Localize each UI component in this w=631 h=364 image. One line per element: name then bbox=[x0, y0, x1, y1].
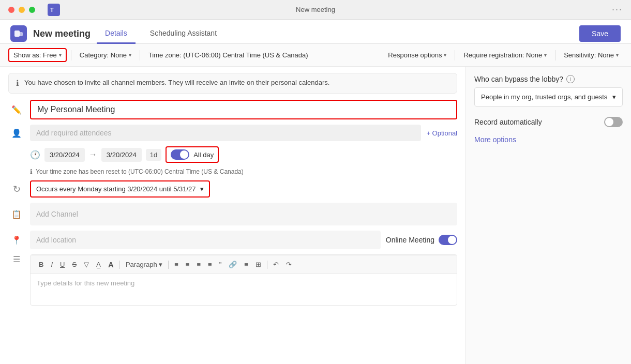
numbered-list-button[interactable]: ≡ bbox=[205, 259, 215, 270]
pencil-icon: ✏️ bbox=[8, 105, 25, 115]
attendees-input[interactable]: Add required attendees bbox=[30, 125, 421, 141]
font-decrease-button[interactable]: ▽ bbox=[81, 259, 92, 270]
app-container: New meeting Details Scheduling Assistant… bbox=[0, 20, 631, 364]
duration-badge: 1d bbox=[146, 149, 161, 161]
date-time-row: 🕐 3/20/2024 → 3/20/2024 1d All day bbox=[8, 146, 457, 163]
title-row: ✏️ bbox=[8, 100, 457, 119]
traffic-lights: T bbox=[8, 4, 60, 16]
title-bar: T New meeting ··· bbox=[0, 0, 631, 20]
timezone-selector[interactable]: Time zone: (UTC-06:00) Central Time (US … bbox=[144, 49, 312, 61]
info-banner: ℹ You have chosen to invite all channel … bbox=[8, 73, 457, 94]
tab-details[interactable]: Details bbox=[97, 24, 136, 44]
more-options-link[interactable]: More options bbox=[474, 135, 623, 144]
italic-button[interactable]: I bbox=[48, 259, 56, 270]
underline-button[interactable]: U bbox=[57, 259, 68, 270]
lobby-info-icon[interactable]: i bbox=[566, 75, 575, 83]
paragraph-style-dropdown[interactable]: Paragraph ▾ bbox=[123, 259, 166, 270]
body-icon: ☰ bbox=[8, 254, 25, 264]
content-area: ℹ You have chosen to invite all channel … bbox=[0, 67, 631, 364]
align-justify-button[interactable]: ≡ bbox=[241, 259, 251, 270]
people-icon: 👤 bbox=[8, 128, 25, 138]
header-title: New meeting bbox=[33, 28, 91, 39]
rte-toolbar: B I U S ▽ A̲ A Paragraph ▾ ≡ ≡ ≡ ≡ bbox=[31, 255, 457, 274]
online-meeting-toggle[interactable] bbox=[439, 235, 457, 245]
align-left-button[interactable]: ≡ bbox=[171, 259, 182, 270]
highlight-button[interactable]: A̲ bbox=[93, 259, 104, 270]
svg-text:T: T bbox=[50, 7, 54, 13]
app-icon bbox=[10, 25, 27, 42]
clock-icon: 🕐 bbox=[30, 150, 40, 160]
link-button[interactable]: 🔗 bbox=[226, 259, 240, 270]
lobby-label: Who can bypass the lobby? i bbox=[474, 75, 623, 83]
online-meeting-toggle-group: Online Meeting bbox=[386, 235, 457, 245]
tab-scheduling-assistant[interactable]: Scheduling Assistant bbox=[142, 24, 225, 44]
start-date-input[interactable]: 3/20/2024 bbox=[44, 148, 85, 162]
align-center-button[interactable]: ≡ bbox=[183, 259, 193, 270]
require-registration-chevron-icon: ▾ bbox=[544, 52, 547, 58]
date-arrow-icon: → bbox=[89, 150, 97, 159]
save-button[interactable]: Save bbox=[579, 25, 621, 42]
rte-separator-1 bbox=[119, 261, 120, 269]
info-banner-icon: ℹ bbox=[16, 79, 19, 88]
meeting-title-input[interactable] bbox=[31, 101, 456, 118]
minimize-button[interactable] bbox=[19, 7, 25, 13]
tz-info-icon: ℹ bbox=[30, 168, 33, 175]
attendees-row: 👤 Add required attendees + Optional bbox=[8, 125, 457, 141]
channel-input[interactable]: Add Channel bbox=[30, 203, 457, 225]
toolbar-separator-4 bbox=[555, 50, 555, 60]
location-icon: 📍 bbox=[8, 235, 25, 245]
recurrence-dropdown[interactable]: Occurs every Monday starting 3/20/2024 u… bbox=[30, 180, 210, 198]
end-date-input[interactable]: 3/20/2024 bbox=[101, 148, 142, 162]
quote-button[interactable]: " bbox=[216, 259, 225, 270]
window-title: New meeting bbox=[296, 6, 335, 13]
teams-logo-icon: T bbox=[48, 4, 60, 16]
response-options-dropdown[interactable]: Response options ▾ bbox=[384, 49, 450, 61]
all-day-label: All day bbox=[193, 151, 214, 159]
title-input-wrapper bbox=[30, 100, 457, 119]
location-input[interactable]: Add location bbox=[30, 231, 381, 249]
lobby-dropdown[interactable]: People in my org, trusted orgs, and gues… bbox=[474, 87, 623, 107]
table-button[interactable]: ⊞ bbox=[252, 259, 264, 270]
recurrence-icon: ↻ bbox=[8, 184, 25, 195]
show-as-dropdown[interactable]: Show as: Free ▾ bbox=[8, 48, 67, 62]
recurrence-chevron-icon: ▾ bbox=[200, 185, 204, 193]
toolbar-separator-3 bbox=[455, 50, 455, 60]
optional-link[interactable]: + Optional bbox=[426, 129, 457, 137]
require-registration-dropdown[interactable]: Require registration: None ▾ bbox=[459, 49, 551, 61]
timezone-notice: ℹ Your time zone has been reset to (UTC-… bbox=[8, 168, 457, 175]
header-left: New meeting Details Scheduling Assistant bbox=[10, 24, 225, 43]
body-row: ☰ B I U S ▽ A̲ A Paragraph ▾ ≡ ≡ bbox=[8, 254, 457, 311]
more-options-icon[interactable]: ··· bbox=[612, 4, 623, 15]
strikethrough-button[interactable]: S bbox=[69, 259, 80, 270]
lobby-section: Who can bypass the lobby? i People in my… bbox=[474, 75, 623, 107]
font-size-button[interactable]: A bbox=[105, 259, 117, 270]
toolbar-separator-2 bbox=[140, 50, 140, 60]
record-label: Record automatically bbox=[474, 118, 542, 126]
record-toggle[interactable] bbox=[604, 117, 623, 127]
toolbar: Show as: Free ▾ Category: None ▾ Time zo… bbox=[0, 44, 631, 67]
undo-button[interactable]: ↶ bbox=[270, 259, 282, 270]
location-row: 📍 Add location Online Meeting bbox=[8, 231, 457, 249]
main-form: ℹ You have chosen to invite all channel … bbox=[0, 67, 465, 364]
body-editor: B I U S ▽ A̲ A Paragraph ▾ ≡ ≡ ≡ ≡ bbox=[30, 254, 457, 306]
sidebar: Who can bypass the lobby? i People in my… bbox=[465, 67, 631, 364]
category-dropdown[interactable]: Category: None ▾ bbox=[76, 49, 136, 61]
redo-button[interactable]: ↷ bbox=[283, 259, 295, 270]
response-options-chevron-icon: ▾ bbox=[444, 52, 446, 58]
rte-separator-2 bbox=[168, 261, 169, 269]
rte-separator-3 bbox=[267, 261, 267, 269]
sensitivity-dropdown[interactable]: Sensitivity: None ▾ bbox=[560, 49, 623, 61]
bold-button[interactable]: B bbox=[36, 259, 47, 270]
lobby-chevron-icon: ▾ bbox=[612, 93, 616, 101]
sensitivity-chevron-icon: ▾ bbox=[616, 52, 619, 58]
header: New meeting Details Scheduling Assistant… bbox=[0, 20, 631, 44]
maximize-button[interactable] bbox=[29, 7, 35, 13]
category-chevron-icon: ▾ bbox=[129, 52, 131, 58]
show-as-chevron-icon: ▾ bbox=[59, 52, 62, 58]
all-day-toggle-wrapper: All day bbox=[166, 146, 219, 163]
all-day-toggle[interactable] bbox=[171, 149, 189, 160]
close-button[interactable] bbox=[8, 7, 14, 13]
bullet-list-button[interactable]: ≡ bbox=[193, 259, 204, 270]
channel-icon: 📋 bbox=[8, 209, 25, 219]
body-text-area[interactable]: Type details for this new meeting bbox=[31, 274, 457, 305]
